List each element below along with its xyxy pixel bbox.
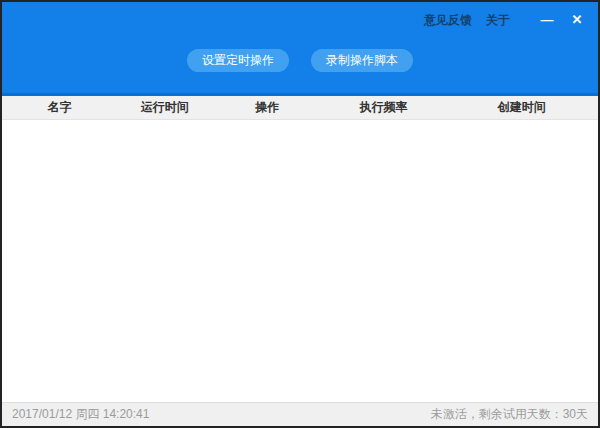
statusbar: 2017/01/12 周四 14:20:41 未激活，剩余试用天数：30天	[2, 402, 598, 426]
set-timer-button[interactable]: 设置定时操作	[187, 49, 289, 72]
app-window: 意见反馈 关于 — ✕ 设置定时操作 录制操作脚本 名字 运行时间 操作 执行频…	[0, 0, 600, 428]
titlebar-links: 意见反馈 关于 — ✕	[2, 2, 598, 29]
task-list-empty-area	[2, 120, 598, 402]
column-header-created[interactable]: 创建时间	[445, 99, 598, 116]
window-controls: — ✕	[536, 11, 588, 29]
statusbar-datetime: 2017/01/12 周四 14:20:41	[12, 406, 149, 423]
close-icon[interactable]: ✕	[566, 11, 588, 29]
titlebar: 意见反馈 关于 — ✕ 设置定时操作 录制操作脚本	[2, 2, 598, 93]
column-header-name[interactable]: 名字	[2, 99, 117, 116]
column-header-frequency[interactable]: 执行频率	[322, 99, 445, 116]
feedback-link[interactable]: 意见反馈	[424, 12, 472, 28]
toolbar: 设置定时操作 录制操作脚本	[2, 49, 598, 72]
record-script-button[interactable]: 录制操作脚本	[311, 49, 413, 72]
table-header-row: 名字 运行时间 操作 执行频率 创建时间	[2, 96, 598, 120]
about-link[interactable]: 关于	[486, 12, 510, 28]
statusbar-trial-status: 未激活，剩余试用天数：30天	[431, 406, 588, 423]
minimize-icon[interactable]: —	[536, 11, 558, 29]
column-header-operation[interactable]: 操作	[212, 99, 322, 116]
column-header-runtime[interactable]: 运行时间	[117, 99, 212, 116]
